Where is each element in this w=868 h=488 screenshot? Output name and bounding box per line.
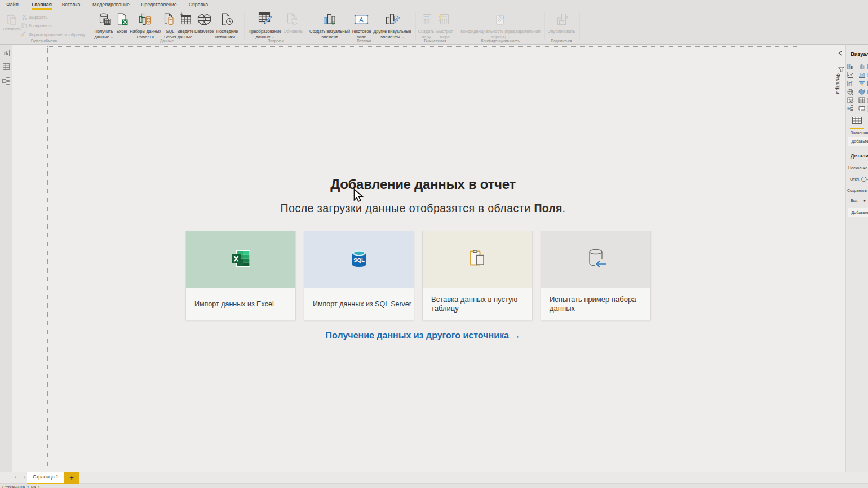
svg-text:SQL: SQL	[353, 257, 365, 263]
svg-text:A: A	[359, 16, 364, 23]
